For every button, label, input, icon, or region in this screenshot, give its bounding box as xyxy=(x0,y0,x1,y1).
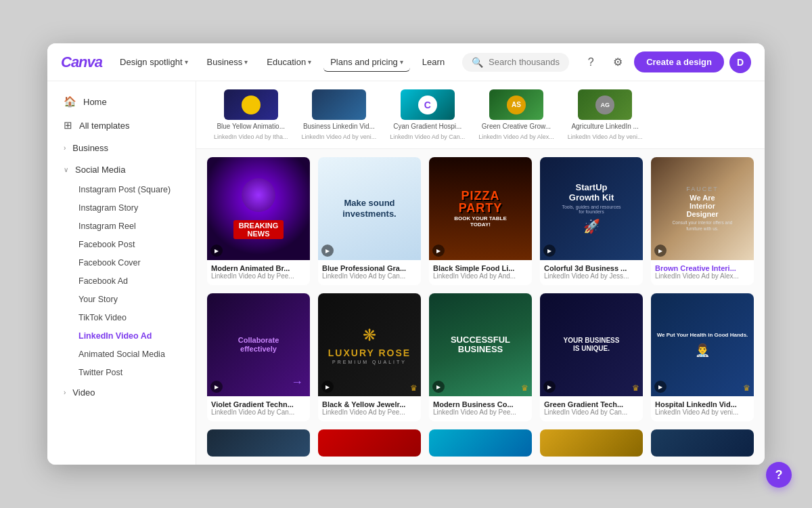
thumb-row3-2 xyxy=(318,429,421,457)
template-card-make-sound[interactable]: Make soundinvestments. ▶ Blue Profession… xyxy=(318,157,421,285)
thumb-violet-content: Collaborateeffectively → xyxy=(207,293,310,396)
strip-sublabel-0: LinkedIn Video Ad by Itha... xyxy=(214,133,288,140)
pizza-title: PIZZAPARTY xyxy=(459,190,503,214)
interior-desc: Consult your interior offers andfurnitur… xyxy=(673,220,733,232)
template-card-interior[interactable]: FAUCET We AreInteriorDesigner Consult yo… xyxy=(651,157,754,285)
sidebar-item-home[interactable]: 🏠 Home xyxy=(51,90,191,113)
thumb-breaking-content: BREAKINGNEWS xyxy=(207,157,310,260)
card-title: Hospital LinkedIn Vid... xyxy=(655,400,750,408)
play-icon: ▶ xyxy=(210,245,223,257)
strip-sublabel-3: LinkedIn Video Ad by Alex... xyxy=(478,133,554,140)
card-sub: LinkedIn Video Ad by And... xyxy=(433,272,528,280)
faucet-label: FAUCET xyxy=(686,186,719,192)
create-design-button[interactable]: Create a design xyxy=(634,51,724,72)
strip-thumb-2: C xyxy=(401,89,455,120)
grid-section-row3 xyxy=(196,429,765,465)
strip-item-4[interactable]: AG Agriculture LinkedIn ... LinkedIn Vid… xyxy=(561,87,650,143)
doctor-icon: 👨‍⚕️ xyxy=(695,343,710,358)
strip-item-3[interactable]: AS Green Creative Grow... LinkedIn Video… xyxy=(472,87,560,143)
main-body: 🏠 Home ⊞ All templates › Business ∨ Soci… xyxy=(47,81,765,465)
grid-section-row1: BREAKINGNEWS ▶ Modern Animated Br... Lin… xyxy=(196,149,765,293)
play-icon: ▶ xyxy=(321,245,334,257)
sidebar-item-facebook-post[interactable]: Facebook Post xyxy=(51,236,191,253)
luxury-sub: PREMIUM QUALITY xyxy=(332,360,407,364)
sidebar-item-instagram-post[interactable]: Instagram Post (Square) xyxy=(51,181,191,198)
play-icon: ▶ xyxy=(543,245,556,257)
template-card-row3-2[interactable] xyxy=(318,429,421,457)
top-strip: Blue Yellow Animatio... LinkedIn Video A… xyxy=(196,81,765,149)
sidebar: 🏠 Home ⊞ All templates › Business ∨ Soci… xyxy=(47,81,196,465)
help-icon-button[interactable]: ? xyxy=(580,51,602,73)
strip-avatar-as: AS xyxy=(507,96,526,114)
template-card-successful[interactable]: SUCCESSFULBUSINESS ▶ ♛ Modern Business C… xyxy=(429,293,532,421)
sidebar-item-all-templates[interactable]: ⊞ All templates xyxy=(51,114,191,137)
sidebar-item-facebook-ad[interactable]: Facebook Ad xyxy=(51,272,191,290)
template-card-your-biz[interactable]: YOUR BUSINESSIS UNIQUE. ▶ ♛ Green Gradie… xyxy=(540,293,643,421)
help-bubble-button[interactable]: ? xyxy=(766,462,792,488)
strip-label-2: Cyan Gradient Hospi... xyxy=(393,123,461,131)
nav-learn[interactable]: Learn xyxy=(415,53,451,71)
play-icon: ▶ xyxy=(543,381,556,393)
chevron-down-icon: ▾ xyxy=(244,58,248,66)
template-card-hospital[interactable]: We Put Your Health in Good Hands. 👨‍⚕️ ▶… xyxy=(651,293,754,421)
nav-education[interactable]: Education ▾ xyxy=(260,53,318,71)
sidebar-item-instagram-reel[interactable]: Instagram Reel xyxy=(51,217,191,235)
template-card-breaking[interactable]: BREAKINGNEWS ▶ Modern Animated Br... Lin… xyxy=(207,157,310,285)
template-grid-row3 xyxy=(207,429,754,457)
sidebar-item-instagram-story[interactable]: Instagram Story xyxy=(51,199,191,217)
strip-item-0[interactable]: Blue Yellow Animatio... LinkedIn Video A… xyxy=(207,87,294,143)
strip-sublabel-1: LinkedIn Video Ad by veni... xyxy=(301,133,376,140)
template-card-pizza[interactable]: PIZZAPARTY BOOK YOUR TABLETODAY! ▶ Black… xyxy=(429,157,532,285)
thumb-startup: StartUpGrowth Kit Tools, guides and reso… xyxy=(540,157,643,260)
sidebar-item-twitter[interactable]: Twitter Post xyxy=(51,364,191,381)
sidebar-item-your-story[interactable]: Your Story xyxy=(51,291,191,308)
sidebar-item-linkedin-video[interactable]: LinkedIn Video Ad xyxy=(51,327,191,345)
template-card-violet[interactable]: Collaborateeffectively → ▶ Violet Gradie… xyxy=(207,293,310,421)
strip-item-2[interactable]: C Cyan Gradient Hospi... LinkedIn Video … xyxy=(383,87,472,143)
hospital-text: We Put Your Health in Good Hands. xyxy=(657,332,748,339)
settings-icon-button[interactable]: ⚙ xyxy=(607,51,629,73)
template-card-row3-1[interactable] xyxy=(207,429,310,457)
strip-thumb-0 xyxy=(224,89,278,120)
thumb-violet: Collaborateeffectively → ▶ xyxy=(207,293,310,396)
card-sub: LinkedIn Video Ad by Alex... xyxy=(655,272,750,280)
play-icon: ▶ xyxy=(432,245,445,257)
avatar[interactable]: D xyxy=(729,51,751,73)
template-card-startup[interactable]: StartUpGrowth Kit Tools, guides and reso… xyxy=(540,157,643,285)
strip-label-3: Green Creative Grow... xyxy=(482,123,551,131)
thumb-row3-1 xyxy=(207,429,310,457)
nav-plans[interactable]: Plans and pricing ▾ xyxy=(323,53,410,72)
sidebar-item-facebook-cover[interactable]: Facebook Cover xyxy=(51,254,191,272)
strip-item-1[interactable]: Business Linkedin Vid... LinkedIn Video … xyxy=(294,87,383,143)
luxury-flower-icon: ❋ xyxy=(363,326,376,345)
home-icon: 🏠 xyxy=(64,96,76,108)
thumb-make-sound-content: Make soundinvestments. xyxy=(318,157,421,260)
sidebar-item-video[interactable]: › Video xyxy=(51,382,191,403)
template-card-luxury[interactable]: ❋ LUXURY ROSE PREMIUM QUALITY ▶ ♛ Black … xyxy=(318,293,421,421)
chevron-down-icon: ▾ xyxy=(185,58,188,66)
grid-icon: ⊞ xyxy=(64,119,72,131)
thumb-pizza: PIZZAPARTY BOOK YOUR TABLETODAY! ▶ xyxy=(429,157,532,260)
search-input[interactable] xyxy=(489,57,560,67)
canva-logo[interactable]: Canva xyxy=(61,54,102,71)
template-card-row3-3[interactable] xyxy=(429,429,532,457)
nav-business[interactable]: Business ▾ xyxy=(200,53,255,71)
thumb-your-biz: YOUR BUSINESSIS UNIQUE. ▶ ♛ xyxy=(540,293,643,396)
sidebar-item-business[interactable]: › Business xyxy=(51,137,191,158)
template-card-row3-5[interactable] xyxy=(651,429,754,457)
card-sub: LinkedIn Video Ad by Jess... xyxy=(544,272,639,280)
browser-window: Canva Design spotlight ▾ Business ▾ Educ… xyxy=(47,43,765,465)
nav-design-spotlight[interactable]: Design spotlight ▾ xyxy=(113,53,195,71)
navbar: Canva Design spotlight ▾ Business ▾ Educ… xyxy=(47,43,765,81)
card-title: Colorful 3d Business ... xyxy=(544,264,639,272)
sidebar-item-tiktok[interactable]: TikTok Video xyxy=(51,309,191,326)
strip-avatar-0 xyxy=(242,96,261,114)
card-info-make-sound: Blue Professional Gra... LinkedIn Video … xyxy=(318,260,421,285)
sidebar-item-animated-social[interactable]: Animated Social Media xyxy=(51,345,191,363)
card-title: Brown Creative Interi... xyxy=(655,264,750,272)
template-card-row3-4[interactable] xyxy=(540,429,643,457)
your-biz-title: YOUR BUSINESSIS UNIQUE. xyxy=(564,337,620,353)
card-sub: LinkedIn Video Ad by Pee... xyxy=(433,408,528,416)
sidebar-item-social-media[interactable]: ∨ Social Media xyxy=(51,159,191,180)
crown-icon: ♛ xyxy=(632,383,639,393)
